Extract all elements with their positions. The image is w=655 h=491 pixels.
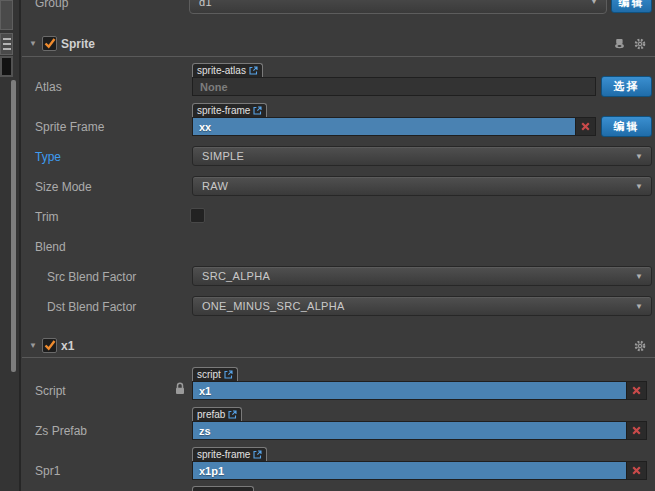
size-mode-dropdown[interactable]: RAW ▼ xyxy=(192,176,652,196)
dst-blend-factor-dropdown[interactable]: ONE_MINUS_SRC_ALPHA ▼ xyxy=(192,296,652,316)
dock-dark-block xyxy=(0,56,13,77)
help-icon[interactable] xyxy=(614,38,625,49)
x1-enable-checkbox[interactable] xyxy=(42,338,57,353)
chevron-down-icon: ▼ xyxy=(590,0,606,6)
zs-prefab-label: Zs Prefab xyxy=(35,424,87,438)
check-icon xyxy=(44,38,56,49)
src-blend-factor-dropdown[interactable]: SRC_ALPHA ▼ xyxy=(192,266,652,286)
clear-x-icon xyxy=(632,386,641,395)
clear-x-icon xyxy=(632,466,641,475)
dst-blend-factor-label: Dst Blend Factor xyxy=(47,300,136,314)
external-link-icon[interactable] xyxy=(253,106,262,115)
chevron-down-icon: ▼ xyxy=(635,272,651,281)
clear-asset-button[interactable] xyxy=(576,118,595,135)
sprite-frame-value: xx xyxy=(193,118,576,135)
asset-type-tag-label: prefab xyxy=(197,409,225,420)
trim-checkbox[interactable] xyxy=(190,208,205,223)
trim-label: Trim xyxy=(35,210,59,224)
atlas-asset-field[interactable]: None xyxy=(192,77,596,96)
zs-prefab-asset-field[interactable]: zs xyxy=(192,421,647,440)
section-divider xyxy=(22,56,655,57)
asset-type-tag-label: sprite-atlas xyxy=(197,65,246,76)
scrollbar-thumb[interactable] xyxy=(11,80,16,372)
asset-type-tag: script xyxy=(192,367,238,381)
blend-label: Blend xyxy=(35,240,66,254)
sprite-enable-checkbox[interactable] xyxy=(42,36,57,51)
asset-type-tag: prefab xyxy=(192,407,242,421)
atlas-value: None xyxy=(193,78,595,95)
type-dropdown-value: SIMPLE xyxy=(193,150,635,162)
dock-edge-block xyxy=(0,0,13,30)
script-value: x1 xyxy=(193,382,627,399)
size-mode-dropdown-value: RAW xyxy=(193,180,635,192)
size-mode-label: Size Mode xyxy=(35,180,92,194)
sprite-frame-asset-field[interactable]: xx xyxy=(192,117,596,136)
src-blend-factor-label: Src Blend Factor xyxy=(47,270,136,284)
gear-icon[interactable] xyxy=(634,340,646,352)
clear-asset-button[interactable] xyxy=(627,462,646,479)
type-dropdown[interactable]: SIMPLE ▼ xyxy=(192,146,652,166)
clear-x-icon xyxy=(581,122,590,131)
inspector-panel: Group d1 ▼ 编辑 ▼ Sprite Atlas sprite-atla… xyxy=(0,0,655,491)
group-dropdown-value: d1 xyxy=(190,0,590,8)
lock-icon[interactable] xyxy=(174,382,186,395)
external-link-icon[interactable] xyxy=(228,410,237,419)
sprite-frame-edit-button[interactable]: 编辑 xyxy=(601,116,652,137)
src-blend-factor-value: SRC_ALPHA xyxy=(193,270,635,282)
script-asset-field[interactable]: x1 xyxy=(192,381,647,400)
atlas-select-button[interactable]: 选择 xyxy=(601,76,652,97)
asset-type-tag-label: sprite-frame xyxy=(197,449,250,460)
collapse-arrow-icon[interactable]: ▼ xyxy=(29,39,37,48)
chevron-down-icon: ▼ xyxy=(635,182,651,191)
zs-prefab-value: zs xyxy=(193,422,627,439)
left-dock-strip xyxy=(0,0,21,491)
spr1-label: Spr1 xyxy=(35,464,60,478)
clear-asset-button[interactable] xyxy=(627,422,646,439)
spr1-asset-field[interactable]: x1p1 xyxy=(192,461,647,480)
external-link-icon[interactable] xyxy=(224,370,233,379)
check-icon xyxy=(44,340,56,351)
section-divider xyxy=(22,357,655,358)
type-label: Type xyxy=(35,150,61,164)
asset-type-tag: sprite-atlas xyxy=(192,63,263,77)
script-label: Script xyxy=(35,384,66,398)
menu-icon[interactable] xyxy=(0,33,13,55)
group-label: Group xyxy=(35,0,68,10)
external-link-icon[interactable] xyxy=(253,450,262,459)
external-link-icon[interactable] xyxy=(249,66,258,75)
asset-type-tag-label: sprite-frame xyxy=(197,105,250,116)
spr1-value: x1p1 xyxy=(193,462,627,479)
group-edit-button[interactable]: 编辑 xyxy=(611,0,652,13)
sprite-section-title: Sprite xyxy=(61,37,95,51)
sprite-frame-label: Sprite Frame xyxy=(35,120,104,134)
chevron-down-icon: ▼ xyxy=(635,302,651,311)
collapse-arrow-icon[interactable]: ▼ xyxy=(29,341,37,350)
asset-type-tag: sprite-frame xyxy=(192,447,267,461)
asset-type-tag: sprite-frame xyxy=(192,103,267,117)
atlas-label: Atlas xyxy=(35,80,62,94)
clear-asset-button[interactable] xyxy=(627,382,646,399)
dst-blend-factor-value: ONE_MINUS_SRC_ALPHA xyxy=(193,300,635,312)
gear-icon[interactable] xyxy=(634,38,646,50)
asset-type-tag-partial xyxy=(192,486,254,491)
x1-section-title: x1 xyxy=(61,339,74,353)
chevron-down-icon: ▼ xyxy=(635,152,651,161)
asset-type-tag-label: script xyxy=(197,369,221,380)
clear-x-icon xyxy=(632,426,641,435)
group-dropdown[interactable]: d1 ▼ xyxy=(189,0,607,14)
